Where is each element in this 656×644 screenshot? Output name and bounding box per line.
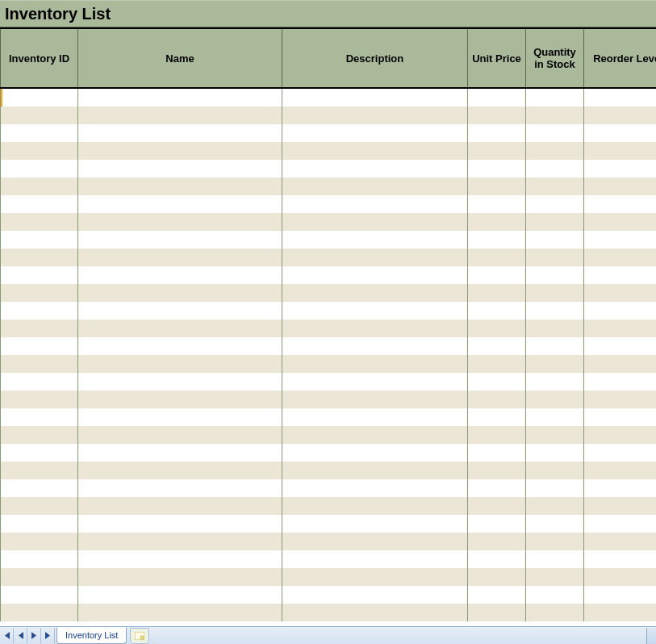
cell[interactable] (468, 568, 526, 586)
cell[interactable] (1, 568, 78, 586)
cell[interactable] (282, 586, 468, 604)
cell[interactable] (282, 231, 468, 249)
cell[interactable] (584, 497, 657, 515)
cell[interactable] (282, 497, 468, 515)
cell[interactable] (282, 373, 468, 391)
cell[interactable] (468, 249, 526, 266)
cell[interactable] (468, 426, 526, 444)
cell[interactable] (78, 142, 282, 160)
cell[interactable] (1, 550, 78, 568)
cell[interactable] (526, 88, 584, 107)
sheet-tab-inventory-list[interactable]: Inventory List (56, 627, 127, 644)
cell[interactable] (282, 568, 468, 586)
cell[interactable] (526, 178, 584, 195)
cell[interactable] (282, 178, 468, 195)
cell[interactable] (468, 124, 526, 142)
cell[interactable] (584, 107, 657, 124)
cell[interactable] (584, 266, 657, 284)
cell[interactable] (282, 284, 468, 302)
col-header-quantity-in-stock[interactable]: Quantity in Stock (526, 28, 584, 88)
cell[interactable] (584, 462, 657, 479)
table-row[interactable] (1, 266, 657, 284)
cell[interactable] (78, 515, 282, 533)
cell[interactable] (584, 586, 657, 604)
cell[interactable] (468, 391, 526, 408)
cell[interactable] (468, 479, 526, 497)
cell[interactable] (78, 550, 282, 568)
table-row[interactable] (1, 107, 657, 124)
table-row[interactable] (1, 444, 657, 462)
cell[interactable] (78, 249, 282, 266)
cell[interactable] (1, 266, 78, 284)
cell[interactable] (526, 355, 584, 373)
cell[interactable] (78, 337, 282, 355)
cell[interactable] (1, 107, 78, 124)
cell[interactable] (78, 107, 282, 124)
cell[interactable] (78, 160, 282, 178)
cell[interactable] (1, 408, 78, 426)
cell[interactable] (282, 124, 468, 142)
cell[interactable] (468, 195, 526, 213)
cell[interactable] (282, 266, 468, 284)
cell[interactable] (1, 88, 78, 107)
cell[interactable] (78, 284, 282, 302)
cell[interactable] (468, 142, 526, 160)
cell[interactable] (526, 213, 584, 231)
cell[interactable] (468, 231, 526, 249)
cell[interactable] (78, 497, 282, 515)
cell[interactable] (526, 515, 584, 533)
cell[interactable] (584, 213, 657, 231)
cell[interactable] (584, 515, 657, 533)
cell[interactable] (468, 160, 526, 178)
cell[interactable] (1, 373, 78, 391)
cell[interactable] (282, 533, 468, 550)
cell[interactable] (468, 550, 526, 568)
table-row[interactable] (1, 479, 657, 497)
table-row[interactable] (1, 497, 657, 515)
cell[interactable] (282, 195, 468, 213)
cell[interactable] (282, 302, 468, 320)
cell[interactable] (78, 213, 282, 231)
cell[interactable] (468, 444, 526, 462)
cell[interactable] (1, 302, 78, 320)
cell[interactable] (526, 408, 584, 426)
col-header-description[interactable]: Description (282, 28, 468, 88)
table-row[interactable] (1, 249, 657, 266)
cell[interactable] (526, 107, 584, 124)
nav-last-icon[interactable] (41, 628, 55, 643)
cell[interactable] (282, 320, 468, 337)
cell[interactable] (1, 586, 78, 604)
col-header-name[interactable]: Name (78, 28, 282, 88)
table-row[interactable] (1, 604, 657, 621)
cell[interactable] (282, 426, 468, 444)
table-row[interactable] (1, 195, 657, 213)
cell[interactable] (584, 373, 657, 391)
cell[interactable] (282, 515, 468, 533)
cell[interactable] (1, 195, 78, 213)
cell[interactable] (78, 373, 282, 391)
cell[interactable] (468, 408, 526, 426)
cell[interactable] (526, 391, 584, 408)
table-row[interactable] (1, 586, 657, 604)
cell[interactable] (526, 195, 584, 213)
cell[interactable] (584, 195, 657, 213)
table-row[interactable] (1, 320, 657, 337)
cell[interactable] (584, 337, 657, 355)
cell[interactable] (584, 231, 657, 249)
cell[interactable] (282, 213, 468, 231)
nav-prev-icon[interactable] (14, 628, 27, 643)
cell[interactable] (1, 479, 78, 497)
table-row[interactable] (1, 337, 657, 355)
cell[interactable] (526, 373, 584, 391)
cell[interactable] (78, 266, 282, 284)
cell[interactable] (78, 533, 282, 550)
cell[interactable] (1, 426, 78, 444)
cell[interactable] (78, 444, 282, 462)
cell[interactable] (526, 497, 584, 515)
cell[interactable] (526, 302, 584, 320)
cell[interactable] (468, 355, 526, 373)
table-row[interactable] (1, 391, 657, 408)
cell[interactable] (468, 497, 526, 515)
cell[interactable] (1, 337, 78, 355)
cell[interactable] (468, 586, 526, 604)
